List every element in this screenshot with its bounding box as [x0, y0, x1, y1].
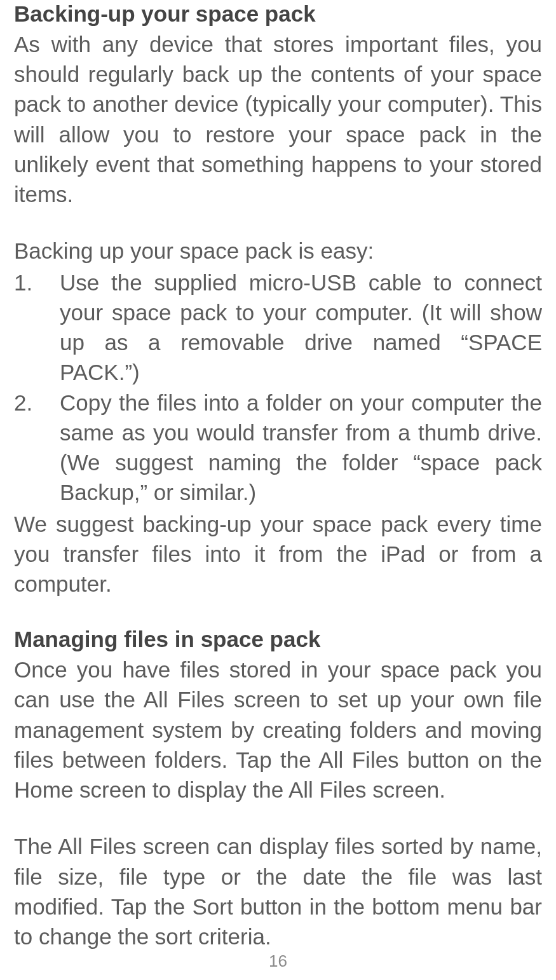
paragraph-backup-intro: As with any device that stores important… — [14, 29, 542, 210]
list-item: 2. Copy the files into a folder on your … — [14, 388, 542, 508]
list-item-number: 1. — [14, 268, 60, 388]
page-number: 16 — [0, 951, 556, 971]
document-page: Backing-up your space pack As with any d… — [0, 0, 556, 980]
heading-managing-files: Managing files in space pack — [14, 625, 542, 653]
list-item-text: Use the supplied micro-USB cable to conn… — [60, 268, 542, 388]
paragraph-managing-2: The All Files screen can display files s… — [14, 831, 542, 951]
heading-backing-up: Backing-up your space pack — [14, 0, 542, 28]
backup-steps-list: 1. Use the supplied micro-USB cable to c… — [14, 268, 542, 508]
paragraph-backup-suggestion: We suggest backing-up your space pack ev… — [14, 509, 542, 599]
list-item: 1. Use the supplied micro-USB cable to c… — [14, 268, 542, 388]
paragraph-managing-1: Once you have files stored in your space… — [14, 655, 542, 805]
list-item-text: Copy the files into a folder on your com… — [60, 388, 542, 508]
list-item-number: 2. — [14, 388, 60, 508]
backup-steps-intro: Backing up your space pack is easy: — [14, 236, 542, 266]
